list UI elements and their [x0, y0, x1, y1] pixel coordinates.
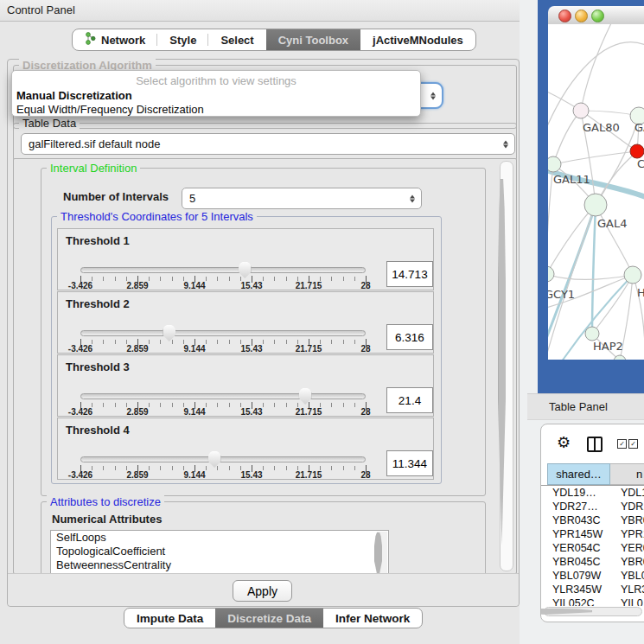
zoom-traffic-light-icon[interactable]: [591, 10, 604, 22]
table-rows: YDL19…YDL1 YDR27…YDR2 YBR043CYBR0 YPR145…: [541, 486, 644, 606]
network-edge: [553, 151, 637, 164]
threshold-2-value-field[interactable]: 6.316: [386, 324, 433, 350]
cyni-mode-tabs: Impute Data Discretize Data Infer Networ…: [124, 608, 423, 628]
threshold-3-slider[interactable]: [80, 393, 366, 399]
node-label: H: [637, 286, 644, 299]
network-edge: [596, 205, 633, 275]
algorithm-dropdown-popup: Select algorithm to view settings Manual…: [11, 70, 421, 117]
tab-cyni-toolbox[interactable]: Cyni Toolbox: [266, 29, 360, 50]
network-canvas[interactable]: GAL80 GA GAL11 GAL4 GCY1 H HAP2 C: [548, 24, 644, 360]
table-row[interactable]: YER054CYER0: [541, 541, 644, 555]
list-item[interactable]: SelfLoops: [51, 531, 388, 545]
settings-scrollbar[interactable]: [500, 161, 513, 571]
table-row[interactable]: YPR145WYPR1: [541, 527, 644, 541]
checkbox-icon[interactable]: ✓: [628, 439, 638, 449]
tab-jactivemnodules[interactable]: jActiveMNodules: [360, 29, 475, 50]
number-of-intervals-label: Number of Intervals: [63, 190, 169, 203]
gear-icon[interactable]: ⚙: [557, 435, 571, 450]
table-row[interactable]: YBR043CYBR0: [541, 513, 644, 527]
list-item[interactable]: BetweennessCentrality: [51, 558, 388, 572]
tab-style[interactable]: Style: [157, 29, 208, 50]
table-data-value: galFiltered.sif default node: [29, 137, 160, 150]
network-node-selected-red[interactable]: [630, 144, 644, 158]
numerical-attributes-label: Numerical Attributes: [52, 513, 162, 526]
group-title: Threshold's Coordinates for 5 Intervals: [57, 210, 257, 223]
close-traffic-light-icon[interactable]: [558, 10, 571, 22]
apply-button[interactable]: Apply: [233, 580, 292, 602]
threshold-4-slider[interactable]: [80, 456, 366, 462]
cytoscape-control-panel: Control Panel ✕ Network Style Select: [0, 0, 644, 644]
tab-infer-network[interactable]: Infer Network: [323, 609, 422, 628]
column-header-name[interactable]: n: [610, 463, 644, 485]
network-graph: GAL80 GA GAL11 GAL4 GCY1 H HAP2 C: [548, 24, 644, 360]
interval-definition-group: Interval Definition Number of Intervals …: [41, 168, 486, 496]
threshold-coordinates-group: Threshold's Coordinates for 5 Intervals …: [51, 216, 442, 484]
number-of-intervals-combobox[interactable]: 5: [182, 188, 422, 209]
threshold-3-panel: Threshold 3 -3.426 2.859 9.144 15.43: [57, 354, 434, 417]
checkbox-icon[interactable]: ✓: [617, 439, 627, 449]
network-node[interactable]: [624, 266, 641, 284]
intervals-value: 5: [189, 192, 195, 205]
threshold-label: Threshold 4: [66, 424, 130, 437]
combo-spinner-icon: [503, 137, 508, 151]
threshold-2-slider[interactable]: [80, 330, 366, 336]
network-edge: [548, 205, 596, 274]
table-row[interactable]: YDL19…YDL1: [541, 486, 644, 500]
numerical-attributes-list[interactable]: SelfLoops TopologicalCoefficient Between…: [50, 530, 389, 574]
network-edge: [553, 111, 581, 164]
split-columns-icon[interactable]: [587, 437, 603, 452]
table-row[interactable]: YBR045CYBR0: [541, 555, 644, 569]
tab-impute-data[interactable]: Impute Data: [124, 609, 215, 628]
node-label: C: [637, 157, 644, 170]
list-item[interactable]: TopologicalCoefficient: [51, 545, 388, 558]
node-label: GAL80: [583, 121, 620, 134]
network-node-gcy1[interactable]: [548, 266, 554, 282]
network-node-gal80[interactable]: [573, 103, 589, 118]
network-tree-icon: [85, 32, 96, 48]
threshold-3-value-field[interactable]: 21.4: [386, 387, 433, 413]
table-row[interactable]: YIL052CYIL0: [541, 596, 644, 606]
minimize-traffic-light-icon[interactable]: [575, 10, 588, 22]
tab-select[interactable]: Select: [208, 29, 265, 50]
combo-spinner-icon: [430, 88, 436, 103]
cyni-toolbox-panel: Discretization Algorithm Select algorith…: [7, 59, 520, 607]
table-panel-title: Table Panel: [549, 400, 608, 413]
popup-item-equal-width-frequency[interactable]: Equal Width/Frequency Discretization: [12, 103, 420, 117]
table-data-combobox[interactable]: galFiltered.sif default node: [21, 133, 515, 155]
table-header-row: shared… n: [541, 463, 644, 486]
network-node-hap2[interactable]: [585, 327, 599, 341]
slider-tick-labels: -3.426 2.859 9.144 15.43 21.715 28: [80, 470, 366, 480]
threshold-1-slider[interactable]: [80, 267, 366, 273]
table-row[interactable]: YDR27…YDR2: [541, 500, 644, 513]
table-row[interactable]: YBL079WYBL0: [541, 569, 644, 583]
network-window-titlebar[interactable]: [548, 6, 644, 25]
threshold-1-panel: Threshold 1 -3.426 2.859 9.144 15.43: [57, 228, 434, 290]
network-node-gal11[interactable]: [548, 156, 561, 172]
algorithm-placeholder: Select algorithm to view settings: [12, 74, 420, 89]
slider-tick-labels: -3.426 2.859 9.144 15.43 21.715 28: [80, 281, 366, 290]
table-data-group: Table Data galFiltered.sif default node: [13, 123, 517, 161]
popup-item-manual-discretization[interactable]: Manual Discretization: [12, 89, 420, 103]
threshold-label: Threshold 3: [66, 360, 130, 373]
network-view-window: GAL80 GA GAL11 GAL4 GCY1 H HAP2 C: [538, 0, 644, 393]
apply-bar: Apply: [8, 573, 519, 606]
group-title: Table Data: [19, 117, 80, 130]
table-horizontal-scrollbar[interactable]: [544, 607, 642, 616]
list-scrollbar[interactable]: [377, 532, 387, 574]
table-panel-card: ⚙ ✓ ✓ shared… n YDL19…YDL1 YDR27…YDR2 YB…: [540, 424, 644, 622]
slider-tick-labels: -3.426 2.859 9.144 15.43 21.715 28: [80, 344, 366, 354]
group-title: Attributes to discretize: [47, 495, 164, 508]
network-node-gal4[interactable]: [584, 194, 607, 216]
tab-network[interactable]: Network: [73, 29, 157, 50]
threshold-1-value-field[interactable]: 14.713: [386, 261, 433, 287]
node-label: GCY1: [548, 288, 575, 301]
attributes-group: Attributes to discretize Numerical Attri…: [41, 501, 486, 574]
threshold-4-value-field[interactable]: 11.344: [386, 450, 433, 476]
network-edge: [581, 24, 613, 111]
table-row[interactable]: YLR345WYLR3: [541, 583, 644, 596]
node-label: GA: [634, 121, 644, 134]
column-header-shared-name[interactable]: shared…: [547, 463, 610, 485]
node-label: GAL11: [553, 173, 590, 186]
network-edge: [548, 274, 633, 280]
tab-discretize-data[interactable]: Discretize Data: [215, 609, 323, 628]
